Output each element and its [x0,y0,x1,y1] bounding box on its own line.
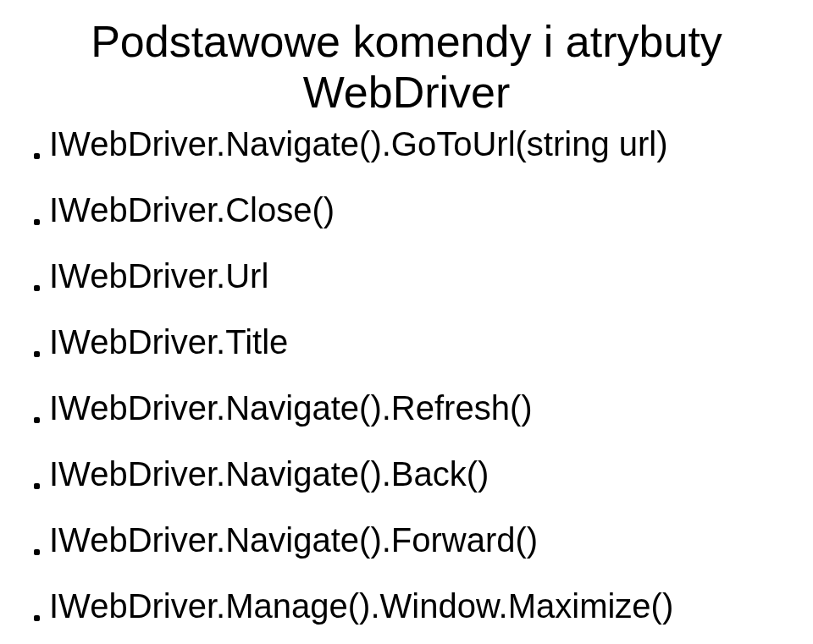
list-item: IWebDriver.Navigate().Forward() [34,523,779,557]
title-line-2: WebDriver [303,68,511,117]
slide: Podstawowe komendy i atrybuty WebDriver … [0,0,813,644]
list-item: IWebDriver.Manage().Window.Maximize() [34,589,779,623]
list-item: IWebDriver.Navigate().Refresh() [34,391,779,425]
list-item: IWebDriver.Navigate().Back() [34,457,779,491]
list-item: IWebDriver.Title [34,325,779,359]
title-line-1: Podstawowe komendy i atrybuty [91,17,722,66]
list-item: IWebDriver.Navigate().GoToUrl(string url… [34,127,779,161]
slide-title: Podstawowe komendy i atrybuty WebDriver [34,17,779,118]
bullet-list: IWebDriver.Navigate().GoToUrl(string url… [34,127,779,623]
list-item: IWebDriver.Close() [34,193,779,227]
list-item: IWebDriver.Url [34,259,779,293]
